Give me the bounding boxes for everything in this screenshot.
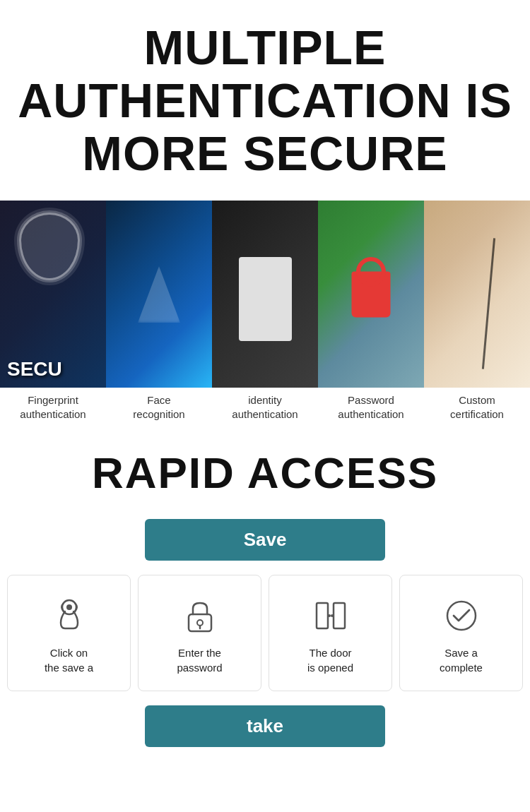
custom-image: [424, 201, 530, 388]
check-circle-icon: [440, 595, 483, 637]
step-card-4: Save a complete: [399, 575, 523, 691]
title-line1: MULTIPLE: [144, 20, 387, 74]
save-button-wrapper: Save: [0, 519, 530, 561]
main-title: MULTIPLE AUTHENTICATION IS MORE SECURE: [14, 21, 516, 179]
identity-label: identity authentication: [229, 388, 300, 426]
svg-rect-5: [317, 603, 328, 628]
svg-point-7: [328, 614, 331, 617]
svg-point-8: [331, 614, 334, 617]
identity-image: [212, 201, 318, 388]
gallery-item-password: Password authentication: [318, 201, 424, 426]
svg-point-1: [66, 604, 72, 610]
step-card-2: Enter the password: [138, 575, 261, 691]
password-label: Password authentication: [335, 388, 406, 426]
steps-row: Click on the save a Enter the password: [0, 575, 530, 691]
step-card-3: The door is opened: [269, 575, 392, 691]
rapid-title: RAPID ACCESS: [14, 448, 516, 498]
title-line2: AUTHENTICATION IS: [18, 73, 512, 127]
fingerprint-image: SECU: [0, 201, 106, 388]
save-button[interactable]: Save: [145, 519, 385, 561]
gallery-item-fingerprint: SECU Fingerprint authentication: [0, 201, 106, 426]
face-label: Face recognition: [130, 388, 187, 426]
padlock-icon: [179, 595, 221, 637]
custom-label: Custom certification: [447, 388, 507, 426]
fingerprint-label: Fingerprint authentication: [17, 388, 88, 426]
door-icon: [310, 595, 352, 637]
password-image: [318, 201, 424, 388]
secu-overlay: SECU: [7, 358, 62, 381]
step-3-text: The door is opened: [307, 645, 353, 675]
rapid-section: RAPID ACCESS: [0, 426, 530, 508]
gallery-section: SECU Fingerprint authentication Face rec…: [0, 201, 530, 426]
step-1-text: Click on the save a: [45, 645, 93, 675]
face-image: [106, 201, 212, 388]
header-section: MULTIPLE AUTHENTICATION IS MORE SECURE: [0, 0, 530, 193]
step-4-text: Save a complete: [440, 645, 483, 675]
finger-touch-icon: [48, 595, 90, 637]
step-card-1: Click on the save a: [7, 575, 131, 691]
gallery-item-custom: Custom certification: [424, 201, 530, 426]
title-line3: MORE SECURE: [82, 126, 447, 180]
take-button[interactable]: take: [145, 705, 385, 747]
svg-point-9: [447, 602, 476, 630]
svg-rect-6: [334, 603, 345, 628]
gallery-item-face: Face recognition: [106, 201, 212, 426]
gallery-item-identity: identity authentication: [212, 201, 318, 426]
take-button-wrapper: take: [0, 705, 530, 747]
step-2-text: Enter the password: [177, 645, 222, 675]
